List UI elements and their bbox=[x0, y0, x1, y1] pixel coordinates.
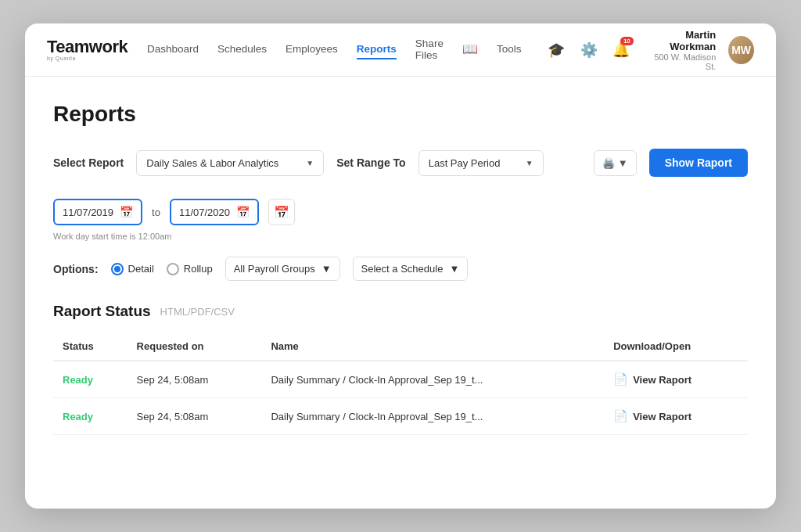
nav: Dashboard Schedules Employees Reports Sh… bbox=[147, 34, 521, 66]
avatar[interactable]: MW bbox=[728, 36, 754, 64]
view-raport-label-1: View Raport bbox=[633, 374, 691, 386]
set-range-value: Last Pay Period bbox=[429, 157, 501, 169]
page-title: Reports bbox=[53, 102, 748, 127]
main-content: Reports Select Report Daily Sales & Labo… bbox=[25, 77, 776, 509]
user-address: 500 W. Madison St. bbox=[644, 52, 716, 71]
table-body: Ready Sep 24, 5:08am Daily Summary / Clo… bbox=[53, 361, 748, 435]
status-badge-1: Ready bbox=[63, 374, 93, 386]
view-raport-label-2: View Raport bbox=[633, 411, 691, 422]
to-label: to bbox=[152, 207, 160, 218]
rollup-radio[interactable]: Rollup bbox=[167, 263, 213, 275]
options-row: Options: Detail Rollup All Payroll Group… bbox=[53, 257, 748, 281]
notifications-icon[interactable]: 🔔 10 bbox=[611, 39, 630, 61]
table-head: Status Requested on Name Download/Open bbox=[53, 332, 748, 361]
th-status: Status bbox=[53, 332, 128, 361]
row1-download: 📄 View Raport bbox=[604, 361, 748, 398]
table-row: Ready Sep 24, 5:08am Daily Summary / Clo… bbox=[53, 361, 748, 398]
logo-sub: by Quanta bbox=[47, 56, 122, 61]
nav-item-schedules[interactable]: Schedules bbox=[217, 40, 267, 59]
rollup-radio-circle bbox=[167, 263, 179, 275]
table-row: Ready Sep 24, 5:08am Daily Summary / Clo… bbox=[53, 398, 748, 435]
raport-status-title: Raport Status bbox=[53, 303, 151, 320]
rollup-label: Rollup bbox=[184, 263, 213, 275]
schedule-dropdown[interactable]: Select a Schedule ▼ bbox=[353, 257, 469, 281]
row2-requested-on: Sep 24, 5:08am bbox=[128, 398, 262, 435]
row2-name: Daily Summary / Clock-In Approval_Sep 19… bbox=[261, 398, 604, 435]
detail-label: Detail bbox=[128, 263, 154, 275]
settings-icon[interactable]: ⚙️ bbox=[579, 39, 598, 61]
nav-book-icon[interactable]: 📖 bbox=[462, 38, 478, 61]
show-report-button[interactable]: Show Raport bbox=[649, 149, 748, 177]
app-window: Teamwork by Quanta Dashboard Schedules E… bbox=[25, 23, 776, 509]
select-report-value: Daily Sales & Labor Analytics bbox=[146, 157, 278, 169]
view-raport-button-1[interactable]: 📄 View Raport bbox=[613, 372, 738, 386]
select-report-label: Select Report bbox=[53, 156, 124, 169]
row2-status: Ready bbox=[53, 398, 128, 435]
detail-radio-circle bbox=[111, 263, 124, 275]
select-report-dropdown[interactable]: Daily Sales & Labor Analytics ▼ bbox=[136, 150, 324, 176]
nav-item-share-files[interactable]: Share Files bbox=[415, 34, 444, 66]
nav-item-dashboard[interactable]: Dashboard bbox=[147, 40, 199, 59]
calendar-icon: 📅 bbox=[274, 205, 289, 220]
schedule-value: Select a Schedule bbox=[361, 263, 444, 275]
th-name: Name bbox=[261, 332, 604, 361]
set-range-dropdown[interactable]: Last Pay Period ▼ bbox=[418, 150, 544, 176]
set-range-caret: ▼ bbox=[526, 159, 533, 167]
set-range-label: Set Range To bbox=[336, 156, 405, 169]
logo: Teamwork by Quanta bbox=[47, 38, 122, 61]
print-caret: ▼ bbox=[618, 157, 628, 169]
header: Teamwork by Quanta Dashboard Schedules E… bbox=[25, 23, 776, 77]
raport-status-header: Raport Status HTML/PDF/CSV bbox=[53, 303, 748, 320]
status-badge-2: Ready bbox=[63, 411, 93, 422]
avatar-initials: MW bbox=[731, 44, 751, 56]
table-header-row: Status Requested on Name Download/Open bbox=[53, 332, 748, 361]
notification-badge: 10 bbox=[620, 37, 634, 45]
user-info: Martin Workman 500 W. Madison St. bbox=[644, 29, 716, 71]
workday-note: Work day start time is 12:00am bbox=[53, 232, 748, 241]
header-right: 🎓 ⚙️ 🔔 10 Martin Workman 500 W. Madison … bbox=[546, 29, 754, 71]
report-table: Status Requested on Name Download/Open R… bbox=[53, 332, 748, 435]
end-date-value: 11/07/2020 bbox=[179, 207, 230, 218]
start-date-value: 11/07/2019 bbox=[63, 207, 113, 218]
print-icon: 🖨️ bbox=[602, 157, 615, 169]
nav-item-tools[interactable]: Tools bbox=[497, 40, 522, 59]
report-controls: Select Report Daily Sales & Labor Analyt… bbox=[53, 149, 748, 177]
print-button[interactable]: 🖨️ ▼ bbox=[594, 150, 637, 176]
start-date-input[interactable]: 11/07/2019 📅 bbox=[53, 199, 142, 225]
payroll-groups-caret: ▼ bbox=[321, 263, 332, 275]
start-date-calendar-icon: 📅 bbox=[120, 206, 133, 218]
payroll-groups-value: All Payroll Groups bbox=[234, 263, 315, 275]
row1-requested-on: Sep 24, 5:08am bbox=[128, 361, 262, 398]
detail-radio[interactable]: Detail bbox=[111, 263, 154, 275]
nav-item-employees[interactable]: Employees bbox=[286, 40, 338, 59]
th-download: Download/Open bbox=[604, 332, 748, 361]
schedule-caret: ▼ bbox=[449, 263, 459, 275]
end-date-input[interactable]: 11/07/2020 📅 bbox=[170, 199, 259, 225]
date-range: 11/07/2019 📅 to 11/07/2020 📅 📅 bbox=[53, 199, 748, 225]
view-raport-button-2[interactable]: 📄 View Raport bbox=[613, 409, 738, 423]
user-name: Martin Workman bbox=[644, 29, 716, 52]
graduation-icon[interactable]: 🎓 bbox=[546, 39, 566, 61]
row1-status: Ready bbox=[53, 361, 128, 398]
th-requested-on: Requested on bbox=[128, 332, 262, 361]
select-report-caret: ▼ bbox=[306, 159, 314, 167]
logo-main: Teamwork bbox=[47, 38, 122, 56]
row2-download: 📄 View Raport bbox=[604, 398, 748, 435]
row1-name: Daily Summary / Clock-In Approval_Sep 19… bbox=[261, 361, 604, 398]
calendar-button[interactable]: 📅 bbox=[268, 199, 295, 225]
raport-status-section: Raport Status HTML/PDF/CSV Status Reques… bbox=[53, 303, 748, 435]
nav-item-reports[interactable]: Reports bbox=[357, 40, 397, 59]
options-label: Options: bbox=[53, 263, 99, 275]
end-date-calendar-icon: 📅 bbox=[236, 206, 250, 218]
doc-icon-2: 📄 bbox=[613, 409, 628, 423]
payroll-groups-dropdown[interactable]: All Payroll Groups ▼ bbox=[225, 257, 340, 281]
doc-icon-1: 📄 bbox=[613, 372, 628, 386]
raport-status-formats: HTML/PDF/CSV bbox=[160, 306, 235, 318]
